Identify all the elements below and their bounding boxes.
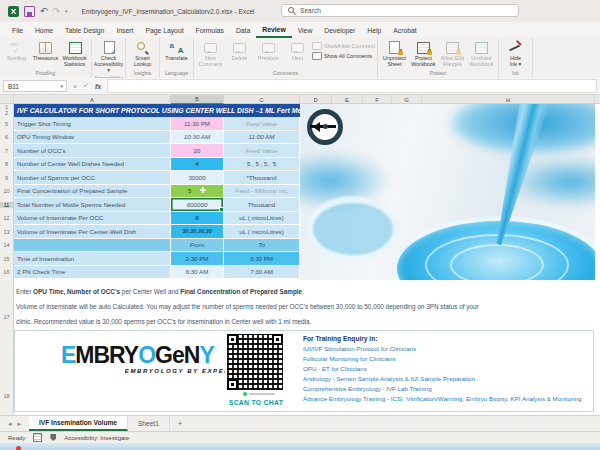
show-all-comments-button[interactable]: Show All Comments (312, 52, 375, 60)
unit-cell[interactable]: Feed Value (224, 144, 300, 158)
prev-sheet-icon[interactable]: ◂ (8, 420, 12, 428)
name-box-caret-icon[interactable]: ▾ (60, 83, 63, 89)
show-hide-comment-button[interactable]: Show/Hide Comment (312, 42, 375, 50)
formula-input[interactable] (107, 79, 597, 93)
value-cell[interactable]: 2:30 PM (171, 252, 224, 266)
column-header-g[interactable]: G (392, 95, 422, 104)
tab-home[interactable]: Home (29, 22, 59, 38)
value-cell[interactable]: 4 (171, 158, 224, 172)
new-comment-button[interactable]: New Comment (196, 39, 225, 67)
qat-customize-caret-icon[interactable]: ▾ (65, 8, 68, 14)
row-header-15[interactable]: 15 (0, 256, 13, 262)
add-sheet-button[interactable]: + (170, 416, 191, 431)
row-header-13[interactable]: 13 (0, 229, 13, 235)
hide-ink-button[interactable]: Hide Ink ▾ (501, 39, 530, 67)
tab-insert[interactable]: Insert (110, 22, 139, 38)
accessibility-status[interactable]: Accessibility: Investigate (64, 435, 129, 441)
row-header-8[interactable]: 8 (0, 161, 13, 167)
undo-icon[interactable]: ↶ (40, 6, 48, 16)
smart-lookup-button[interactable]: Smart Lookup (128, 39, 157, 67)
delete-comment-button[interactable]: Delete (225, 39, 254, 61)
row-header-18[interactable]: 18 (0, 393, 13, 399)
unit-cell[interactable]: *Thousand (224, 171, 300, 185)
tab-formulas[interactable]: Formulas (190, 22, 230, 38)
unit-cell[interactable]: uL ( microLitres) (224, 212, 300, 226)
row-header-16[interactable]: 16 (0, 269, 13, 275)
column-header-h[interactable]: H (422, 95, 595, 104)
tab-help[interactable]: Help (361, 22, 387, 38)
row-label-cell[interactable]: Total Number of Motile Sperms Needed (14, 198, 171, 212)
row-header-9[interactable]: 9 (0, 175, 13, 181)
value-cell[interactable]: 11:30 PM (171, 117, 224, 131)
tab-page-layout[interactable]: Page Layout (139, 22, 189, 38)
value-cell[interactable]: 20 (171, 144, 224, 158)
macro-record-icon[interactable] (33, 433, 42, 442)
protect-workbook-button[interactable]: Protect Workbook (409, 39, 438, 67)
row-header-6[interactable]: 6 (0, 134, 13, 140)
enter-icon[interactable]: ✓ (83, 82, 89, 90)
cancel-icon[interactable]: × (73, 83, 77, 90)
row-label-cell[interactable]: OPU Timing Window (14, 131, 171, 145)
table-title-cell[interactable]: IVF CALCULATOR FOR SHORT PROTOCOL USING … (14, 104, 300, 117)
value-cell[interactable]: From (171, 239, 224, 253)
row-label-cell[interactable]: Time of Insemination (14, 252, 171, 266)
unit-cell[interactable]: 7:30 AM (224, 266, 300, 280)
insert-function-icon[interactable]: fx (95, 83, 101, 90)
unit-cell[interactable]: 3:30 PM (224, 252, 300, 266)
value-cell[interactable]: 10:30 AM (171, 131, 224, 145)
unprotect-sheet-button[interactable]: Unprotect Sheet (380, 39, 409, 67)
tab-table-design[interactable]: Table Design (59, 22, 110, 38)
previous-comment-button[interactable]: Previous (254, 39, 283, 61)
value-cell[interactable]: 6:30 AM (171, 266, 224, 280)
unit-cell[interactable]: uL ( microLitres) (224, 225, 300, 239)
check-accessibility-button[interactable]: Check Accessibility ▾ (94, 39, 123, 74)
value-cell[interactable]: 30,30,30,30 (171, 225, 224, 239)
unit-cell[interactable]: 5 , 5 , 5 , 5 (224, 158, 300, 172)
row-label-cell[interactable]: Number of Center Well Dishes Needed (14, 158, 171, 172)
redo-icon[interactable]: ↷ (53, 6, 61, 16)
unit-cell[interactable]: 11:00 AM (224, 131, 300, 145)
tab-developer[interactable]: Developer (318, 22, 361, 38)
row-header-11[interactable]: 11 (0, 202, 13, 208)
row-header-7[interactable]: 7 (0, 148, 13, 154)
row-header-2[interactable]: 2 (0, 110, 13, 116)
column-header-c[interactable]: C (224, 95, 300, 104)
row-header-5[interactable]: 5 (0, 121, 13, 127)
search-input[interactable]: Search (281, 4, 519, 17)
tab-acrobat[interactable]: Acrobat (387, 22, 422, 38)
selected-cell-b11[interactable]: 600000 (171, 198, 224, 212)
lab-photo-image[interactable] (300, 104, 595, 280)
column-header-a[interactable]: A (14, 95, 171, 104)
value-cell[interactable]: 5✚ (171, 185, 224, 199)
unit-cell[interactable]: Feed Value (224, 117, 300, 131)
row-label-cell[interactable]: Trigger Shot Timing (14, 117, 171, 131)
row-label-cell[interactable]: Volume of Inseminate Per Center-Well Dis… (14, 225, 171, 239)
row-header-10[interactable]: 10 (0, 188, 13, 194)
tab-data[interactable]: Data (230, 22, 256, 38)
row-label-cell[interactable]: Number of OCC's (14, 144, 171, 158)
column-header-f[interactable]: F (363, 95, 392, 104)
unit-cell[interactable]: Feed - Millions/ mL (224, 185, 300, 199)
sheet-tab-sheet1[interactable]: Sheet1 (128, 416, 170, 431)
next-sheet-icon[interactable]: ▸ (18, 420, 22, 428)
instructions-text[interactable]: Enter OPU Time, Number of OCC's per Cent… (16, 284, 594, 329)
value-cell[interactable]: 30000 (171, 171, 224, 185)
row-label-cell[interactable]: Number of Sperms per OCC (14, 171, 171, 185)
row-header-17[interactable]: 17 (0, 314, 13, 320)
unit-cell[interactable]: Thousand (224, 198, 300, 212)
value-cell[interactable]: 6 (171, 212, 224, 226)
thesaurus-button[interactable]: Thesaurus (31, 39, 60, 61)
row-label-cell[interactable]: Volume of Inseminate Per OCC (14, 212, 171, 226)
spelling-button[interactable]: Spelling (2, 39, 31, 61)
row-label-cell[interactable]: Final Concentration of Prepared Sample (14, 185, 171, 199)
name-box[interactable]: B11▾ (3, 80, 67, 92)
tab-review[interactable]: Review (256, 22, 291, 38)
column-header-b[interactable]: B (171, 95, 224, 104)
allow-edit-ranges-button[interactable]: Allow Edit Ranges (438, 39, 467, 67)
tab-file[interactable]: File (6, 22, 29, 38)
column-header-e[interactable]: E (332, 95, 363, 104)
save-icon[interactable] (24, 6, 35, 17)
translate-button[interactable]: Translate (162, 39, 191, 61)
row-header-12[interactable]: 12 (0, 215, 13, 221)
row-header-14[interactable]: 14 (0, 242, 13, 248)
